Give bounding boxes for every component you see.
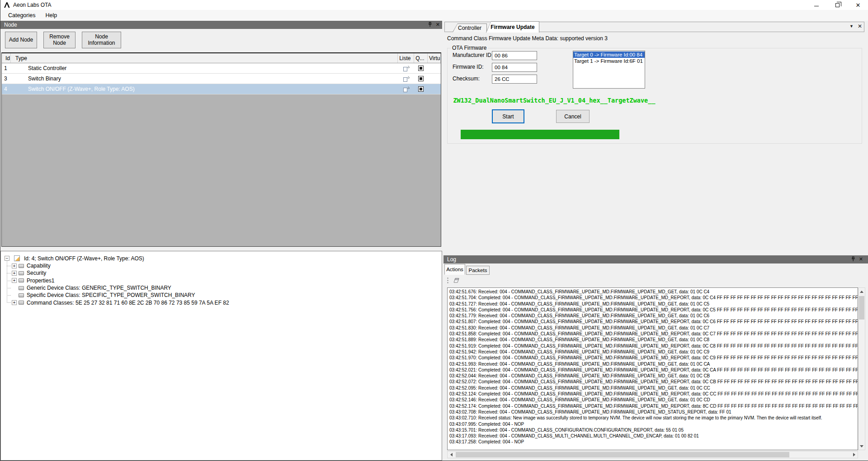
log-line: 03:42:51.942: Received: 004 - COMMAND_CL… (449, 349, 858, 355)
scroll-right-button[interactable] (850, 452, 858, 458)
log-panel-close-icon[interactable]: ✕ (859, 256, 863, 262)
tree-item[interactable]: + Security (1, 269, 442, 277)
log-line: 03:42:51.807: Completed: 004 - COMMAND_C… (449, 319, 858, 325)
log-line: 03:42:51.889: Received: 004 - COMMAND_CL… (449, 337, 858, 343)
log-line: 03:42:51.704: Completed: 004 - COMMAND_C… (449, 295, 858, 301)
column-header-virtual[interactable]: Virtu (428, 53, 441, 63)
window-title: Aeon Labs OTA (13, 2, 52, 8)
tree-item-label: Capability (27, 263, 51, 269)
scroll-down-button[interactable] (859, 442, 865, 450)
tree-item-label: Properties1 (27, 278, 54, 284)
scroll-up-button[interactable] (859, 288, 865, 295)
add-node-button[interactable]: Add Node (5, 32, 37, 48)
row-id: 1 (2, 63, 11, 73)
menu-item[interactable]: Help (40, 11, 62, 20)
menu-bar: CategoriesHelp (0, 10, 868, 21)
node-information-button[interactable]: Node Information (82, 32, 121, 48)
log-line: 03:42:52.146: Received: 004 - COMMAND_CL… (449, 397, 858, 403)
node-panel-close-icon[interactable]: ✕ (436, 22, 440, 28)
tab-firmware-update[interactable]: Firmware Update (486, 21, 539, 33)
start-button[interactable]: Start (492, 109, 524, 123)
firmware-panel-close-icon[interactable]: ✕ (858, 23, 862, 29)
tree-node-box-icon (19, 293, 24, 297)
log-pin-icon[interactable] (851, 256, 855, 262)
queue-checkbox-icon[interactable] (418, 86, 424, 92)
collapse-expander-icon[interactable]: − (5, 256, 9, 261)
queue-checkbox-icon[interactable] (418, 76, 424, 81)
target-list-item[interactable]: Target 0 -> Firmware Id:00 84 (573, 52, 645, 58)
clear-log-button[interactable] (452, 277, 461, 285)
listening-icon (403, 86, 410, 93)
restore-button[interactable] (827, 0, 848, 10)
table-row[interactable]: 4 Switch ON/OFF (Z-Wave+, Role Type: AOS… (2, 84, 441, 94)
title-bar: Aeon Labs OTA ✕ (0, 0, 868, 10)
log-line: 03:42:52.072: Completed: 004 - COMMAND_C… (449, 379, 858, 385)
tree-item[interactable]: + Specific Device Class: SPECIFIC_TYPE_P… (1, 292, 442, 299)
expand-expander-icon[interactable]: + (12, 300, 17, 305)
cancel-button[interactable]: Cancel (556, 110, 590, 123)
tab-packets[interactable]: Packets (466, 266, 490, 275)
column-header-type[interactable]: Type (11, 53, 398, 63)
restore-icon (835, 3, 840, 7)
tree-item[interactable]: + Properties1 (1, 277, 442, 284)
table-row[interactable]: 1 Static Controller (2, 63, 441, 74)
tab-actions[interactable]: Actions (444, 264, 465, 275)
vertical-scroll-thumb[interactable] (859, 296, 864, 320)
log-panel-header: Log ✕ (443, 255, 868, 263)
progress-fill (461, 130, 619, 139)
checksum-field[interactable]: 26 CC (492, 75, 537, 84)
row-type: Switch Binary (11, 74, 398, 84)
log-line: 03:42:51.779: Received: 004 - COMMAND_CL… (449, 313, 858, 319)
listening-icon (403, 75, 410, 82)
app-window: Aeon Labs OTA ✕ CategoriesHelp Node ✕ Ad… (0, 0, 868, 461)
queue-checkbox-icon[interactable] (418, 66, 424, 71)
log-horizontal-scrollbar[interactable] (447, 451, 858, 458)
minimize-button[interactable] (806, 0, 827, 10)
tree-root-label: Id: 4; Switch ON/OFF (Z-Wave+, Role Type… (24, 255, 144, 262)
tree-item[interactable]: + Command Classes: 5E 25 27 32 81 71 60 … (1, 299, 442, 306)
log-list[interactable]: 03:42:51.676: Received: 004 - COMMAND_CL… (447, 287, 858, 450)
expand-expander-icon[interactable]: + (12, 263, 17, 268)
column-header-id[interactable]: Id (2, 53, 11, 63)
log-line: 03:42:51.919: Completed: 004 - COMMAND_C… (449, 343, 858, 349)
target-list-item[interactable]: Target 1 -> Firmware Id:6F 01 (573, 58, 645, 64)
expand-expander-icon[interactable]: + (12, 271, 17, 276)
tree-item-label: Security (27, 270, 46, 276)
tree-root-item[interactable]: − Id: 4; Switch ON/OFF (Z-Wave+, Role Ty… (1, 254, 442, 262)
manufacturer-id-field[interactable]: 00 86 (492, 51, 537, 60)
log-line: 03:42:51.858: Completed: 004 - COMMAND_C… (449, 331, 858, 337)
expand-expander-icon[interactable]: + (12, 278, 17, 283)
tree-item[interactable]: + Capability (1, 262, 442, 269)
log-line: 03:43:07.995: Completed: 004 - NOP (449, 421, 858, 427)
close-button[interactable]: ✕ (848, 0, 868, 10)
firmware-target-listbox: Target 0 -> Firmware Id:00 84Target 1 ->… (573, 51, 645, 89)
log-vertical-scrollbar[interactable] (858, 287, 865, 450)
horizontal-scroll-thumb[interactable] (456, 452, 789, 457)
toolbar-grip-handle[interactable] (447, 277, 448, 284)
tree-item-label: Generic Device Class: GENERIC_TYPE_SWITC… (27, 285, 171, 291)
scroll-left-button[interactable] (448, 452, 455, 458)
column-header-listening[interactable]: Liste (398, 53, 414, 63)
firmware-meta-text: Command Class Firmware Update Meta Data:… (447, 35, 608, 42)
column-header-q[interactable]: Q... (414, 53, 428, 63)
tab-controller[interactable]: Controller (453, 24, 487, 32)
log-line: 03:42:51.970: Completed: 004 - COMMAND_C… (449, 355, 858, 361)
tree-children: + Capability + Security + Properties1 (1, 262, 442, 306)
log-line: 03:42:52.174: Completed: 004 - COMMAND_C… (449, 403, 858, 409)
pin-icon[interactable] (428, 22, 432, 28)
panel-dropdown-icon[interactable]: ▼ (849, 24, 854, 28)
menu-item[interactable]: Categories (3, 11, 40, 20)
node-table-header: Id Type Liste Q... Virtu (2, 53, 441, 63)
table-row[interactable]: 3 Switch Binary (2, 74, 441, 84)
row-id: 4 (2, 84, 11, 94)
log-line: 03:43:02.708: Received: 004 - COMMAND_CL… (449, 409, 858, 415)
tree-item[interactable]: + Generic Device Class: GENERIC_TYPE_SWI… (1, 284, 442, 292)
log-line: 03:42:51.676: Received: 004 - COMMAND_CL… (449, 289, 858, 295)
node-table: Id Type Liste Q... Virtu 1 Static Contro… (1, 52, 441, 247)
log-line: 03:42:51.756: Completed: 004 - COMMAND_C… (449, 307, 858, 313)
firmware-id-field[interactable]: 00 84 (492, 63, 537, 72)
tree-node-box-icon (19, 301, 24, 305)
tree-item-label: Specific Device Class: SPECIFIC_TYPE_POW… (27, 292, 195, 298)
row-type: Switch ON/OFF (Z-Wave+, Role Type: AOS) (11, 84, 398, 94)
remove-node-button[interactable]: Remove Node (43, 32, 75, 48)
